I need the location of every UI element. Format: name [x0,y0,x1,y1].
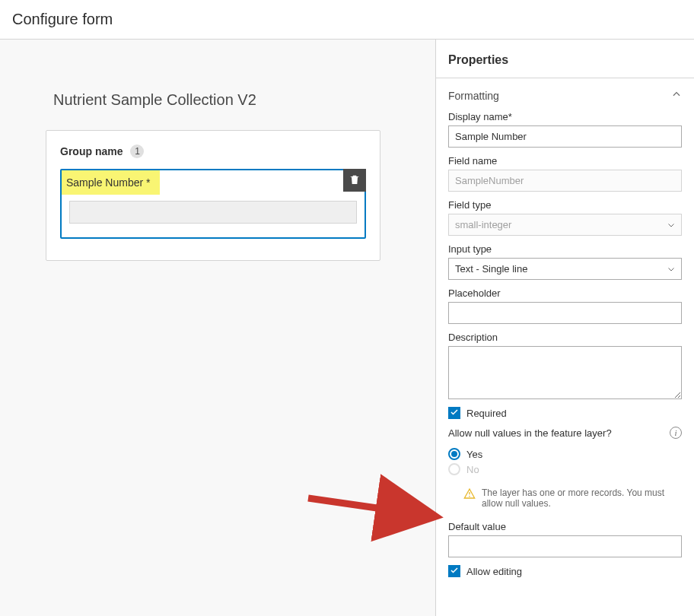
form-field-item[interactable]: Sample Number * [60,169,366,239]
delete-field-button[interactable] [343,169,366,192]
null-yes-radio[interactable] [448,448,460,460]
input-type-select[interactable] [448,258,682,280]
null-yes-label: Yes [466,449,482,460]
allow-editing-checkbox[interactable] [448,565,460,577]
field-name-label: Field name [448,155,682,167]
check-icon [450,566,459,577]
properties-panel: Properties Formatting Display name* Fiel… [435,40,694,616]
field-label: Sample Number * [62,170,160,195]
group-count-badge: 1 [130,144,144,158]
description-label: Description [448,332,682,343]
form-title: Nutrient Sample Collection V2 [53,91,256,109]
allow-editing-label: Allow editing [466,566,522,577]
group-name-label: Group name [60,145,123,157]
input-type-label: Input type [448,243,682,255]
description-textarea[interactable] [448,346,682,399]
form-canvas: Nutrient Sample Collection V2 Group name… [0,40,435,616]
page-title: Configure form [0,0,694,40]
field-type-select [448,214,682,236]
null-no-radio [448,463,460,475]
default-value-input[interactable] [448,535,682,557]
null-no-label: No [466,464,479,475]
check-icon [450,408,459,419]
warning-text: The layer has one or more records. You m… [482,487,682,509]
required-checkbox[interactable] [448,407,460,419]
field-type-label: Field type [448,199,682,211]
placeholder-label: Placeholder [448,287,682,299]
placeholder-input[interactable] [448,302,682,324]
svg-point-1 [469,496,470,497]
display-name-label: Display name* [448,111,682,122]
null-values-question: Allow null values in the feature layer? [448,427,612,439]
chevron-up-icon [671,89,682,102]
section-label: Formatting [448,90,499,102]
warning-icon [463,487,476,509]
properties-title: Properties [436,40,694,78]
trash-icon [349,173,361,188]
required-label: Required [466,408,507,419]
display-name-input[interactable] [448,125,682,148]
field-name-input [448,170,682,192]
info-icon[interactable]: i [670,427,682,439]
section-formatting-header[interactable]: Formatting [436,78,694,108]
default-value-label: Default value [448,521,682,532]
field-input-preview [69,201,357,224]
form-group-card[interactable]: Group name 1 Sample Number * [46,130,380,261]
